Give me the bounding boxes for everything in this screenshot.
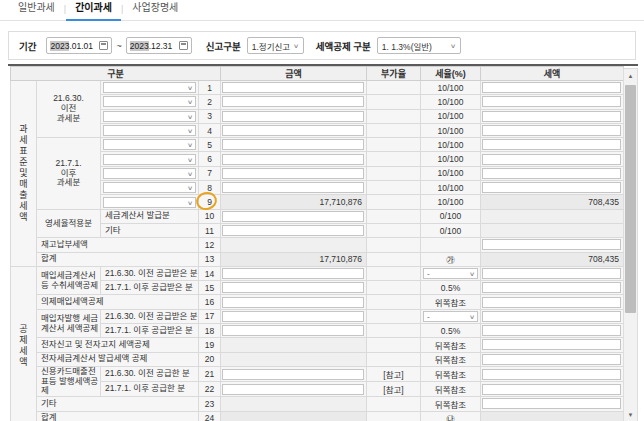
- bugaryul-cell: [367, 209, 421, 223]
- amount-input[interactable]: [222, 96, 364, 107]
- item-select[interactable]: ∨: [103, 96, 196, 107]
- tax-cell: [481, 397, 624, 411]
- report-type-label: 신고구분: [206, 39, 241, 53]
- tax-input[interactable]: [482, 125, 621, 136]
- amount-input[interactable]: [222, 297, 364, 308]
- tax-input[interactable]: [482, 182, 621, 193]
- chevron-down-icon: ∨: [187, 156, 193, 163]
- tax-cell: [481, 152, 624, 166]
- amount-input[interactable]: [222, 268, 364, 279]
- tax-input[interactable]: [482, 154, 621, 165]
- tax-input[interactable]: [482, 311, 621, 322]
- sub-label: 21.7.1. 이후 공급한 분: [101, 382, 199, 397]
- item-select[interactable]: ∨: [103, 182, 196, 193]
- bugaryul-cell: [367, 138, 421, 152]
- amount-input[interactable]: [222, 125, 364, 136]
- amount-input[interactable]: [222, 325, 364, 336]
- tax-input[interactable]: [482, 354, 621, 365]
- tax-input[interactable]: [482, 239, 621, 250]
- item-select[interactable]: ∨: [103, 197, 196, 208]
- amount-input[interactable]: [222, 211, 364, 222]
- amount-input[interactable]: [222, 311, 364, 322]
- row-number: 22: [199, 382, 221, 397]
- tax-cell: [481, 338, 624, 352]
- tax-cell: [481, 238, 624, 252]
- period-label: 기간: [19, 39, 36, 53]
- calendar-icon[interactable]: [99, 41, 108, 50]
- tax-cell: [481, 181, 624, 195]
- amount-input[interactable]: [222, 369, 364, 380]
- calendar-icon[interactable]: [179, 41, 188, 50]
- tax-cell: [481, 95, 624, 109]
- item-select-cell: ∨: [101, 81, 199, 95]
- table-row: 과세표준및매출세액21.6.30. 이전 과세분∨110/100: [11, 81, 624, 95]
- amount-input[interactable]: [222, 282, 364, 293]
- tax-input[interactable]: [482, 325, 621, 336]
- tax-input[interactable]: [482, 139, 621, 150]
- tax-rate-select[interactable]: -∨: [423, 268, 478, 279]
- item-select[interactable]: ∨: [103, 82, 196, 93]
- tax-rate-cell: 0.5%: [421, 281, 481, 295]
- tax-input[interactable]: [482, 398, 621, 409]
- chevron-down-icon: ∨: [187, 113, 193, 120]
- amount-input[interactable]: [222, 225, 364, 236]
- date-to-input[interactable]: 2023.12.31: [126, 37, 192, 54]
- vertical-scrollbar[interactable]: ▲ ▼: [623, 68, 638, 421]
- deduction-type-value: 1. 1.3%(일반): [382, 40, 432, 52]
- scroll-down-icon[interactable]: ▼: [624, 408, 637, 421]
- tax-input[interactable]: [482, 96, 621, 107]
- deduction-type-select[interactable]: 1. 1.3%(일반) ∨: [377, 37, 461, 54]
- tax-input[interactable]: [482, 384, 621, 395]
- row-number: 14: [199, 266, 221, 280]
- amount-input[interactable]: [222, 182, 364, 193]
- amount-cell: [221, 152, 367, 166]
- item-select[interactable]: ∨: [103, 111, 196, 122]
- tax-input[interactable]: [482, 82, 621, 93]
- amount-input[interactable]: [222, 111, 364, 122]
- amount-input[interactable]: [222, 82, 364, 93]
- tax-input[interactable]: [482, 282, 621, 293]
- tab-simplified-taxation[interactable]: 간이과세: [75, 0, 112, 20]
- tax-rate-select[interactable]: -∨: [423, 311, 478, 322]
- tax-input[interactable]: [482, 369, 621, 380]
- table-row: 21.7.1. 이후 공급받은 분180.5%: [11, 324, 624, 338]
- item-select[interactable]: ∨: [103, 139, 196, 150]
- amount-cell: [221, 309, 367, 323]
- item-select[interactable]: ∨: [103, 154, 196, 165]
- tax-input[interactable]: [482, 268, 621, 279]
- tax-input[interactable]: [482, 297, 621, 308]
- report-type-select[interactable]: 1.정기신고 ∨: [247, 37, 304, 54]
- item-select-cell: ∨: [101, 195, 199, 209]
- date-from-input[interactable]: 2023.01.01: [46, 37, 112, 54]
- amount-cell: [221, 95, 367, 109]
- amount-input[interactable]: [222, 384, 364, 395]
- section-label-text: 공제세액: [17, 324, 30, 368]
- amount-input[interactable]: [222, 154, 364, 165]
- date-from-value: 2023.01.01: [50, 41, 93, 51]
- amount-cell: [221, 181, 367, 195]
- amount-cell: [221, 166, 367, 180]
- amount-input[interactable]: [222, 168, 364, 179]
- tax-input[interactable]: [482, 168, 621, 179]
- tax-cell: [481, 123, 624, 137]
- tab-separator: |: [64, 4, 66, 14]
- item-select[interactable]: ∨: [103, 168, 196, 179]
- tax-input[interactable]: [482, 339, 621, 350]
- table-row: 신용카드매출전표등 발행세액공제21.6.30. 이전 공급한 분21[참고]뒤…: [11, 366, 624, 381]
- sub-label: 21.6.30. 이전 공급받은 분: [101, 266, 199, 280]
- tax-input[interactable]: [482, 111, 621, 122]
- tax-cell: [481, 223, 624, 237]
- amount-input[interactable]: [222, 139, 364, 150]
- tab-business-detail[interactable]: 사업장명세: [132, 0, 178, 20]
- row-number: 2: [199, 95, 221, 109]
- scroll-up-icon[interactable]: ▲: [624, 69, 637, 83]
- bugaryul-cell: [367, 252, 421, 266]
- scrollbar-thumb[interactable]: [625, 85, 636, 313]
- item-select[interactable]: ∨: [103, 125, 196, 136]
- amount-value: 17,710,876: [221, 195, 367, 209]
- amount-cell: [221, 295, 367, 309]
- row-label: 전자세금계산서 발급세액 공제: [37, 352, 199, 366]
- tab-general-taxation[interactable]: 일반과세: [18, 0, 55, 20]
- section-label: 공제세액: [11, 266, 37, 421]
- tax-cell: [481, 309, 624, 323]
